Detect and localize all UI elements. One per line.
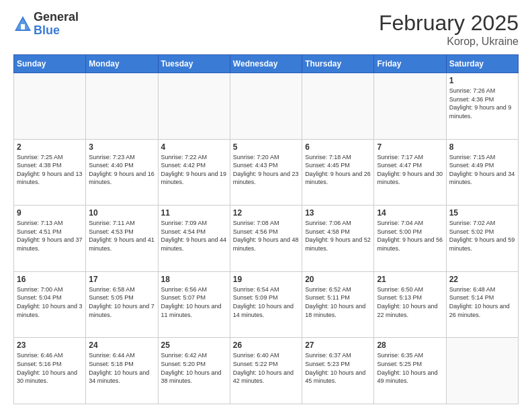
col-wednesday: Wednesday (230, 55, 302, 73)
logo-blue-text: Blue (34, 24, 79, 38)
table-row: 15Sunrise: 7:02 AM Sunset: 5:02 PM Dayli… (446, 205, 518, 272)
table-row: 14Sunrise: 7:04 AM Sunset: 5:00 PM Dayli… (374, 205, 446, 272)
table-row (302, 73, 374, 140)
day-info: Sunrise: 7:06 AM Sunset: 4:58 PM Dayligh… (305, 219, 371, 253)
table-row (446, 338, 518, 404)
table-row: 23Sunrise: 6:46 AM Sunset: 5:16 PM Dayli… (14, 338, 86, 404)
table-row: 3Sunrise: 7:23 AM Sunset: 4:40 PM Daylig… (86, 139, 158, 205)
day-number: 11 (161, 208, 227, 218)
day-number: 22 (449, 275, 515, 284)
day-info: Sunrise: 6:46 AM Sunset: 5:16 PM Dayligh… (17, 351, 83, 385)
day-info: Sunrise: 7:09 AM Sunset: 4:54 PM Dayligh… (161, 219, 227, 253)
day-info: Sunrise: 7:11 AM Sunset: 4:53 PM Dayligh… (89, 219, 154, 253)
table-row: 12Sunrise: 7:08 AM Sunset: 4:56 PM Dayli… (230, 205, 302, 272)
day-number: 18 (161, 275, 227, 284)
table-row: 25Sunrise: 6:42 AM Sunset: 5:20 PM Dayli… (158, 338, 230, 404)
day-info: Sunrise: 6:48 AM Sunset: 5:14 PM Dayligh… (449, 285, 515, 319)
svg-rect-2 (21, 24, 25, 30)
table-row (374, 73, 446, 140)
day-info: Sunrise: 6:42 AM Sunset: 5:20 PM Dayligh… (161, 351, 227, 385)
day-number: 15 (449, 208, 515, 218)
day-info: Sunrise: 7:17 AM Sunset: 4:47 PM Dayligh… (377, 153, 443, 187)
day-info: Sunrise: 7:25 AM Sunset: 4:38 PM Dayligh… (17, 153, 83, 187)
table-row (230, 73, 302, 140)
day-number: 5 (233, 142, 299, 152)
table-row (86, 73, 158, 140)
day-number: 8 (449, 142, 515, 152)
col-monday: Monday (86, 55, 158, 73)
day-number: 10 (89, 208, 154, 218)
col-thursday: Thursday (302, 55, 374, 73)
title-area: February 2025 Korop, Ukraine (379, 11, 519, 48)
day-info: Sunrise: 6:56 AM Sunset: 5:07 PM Dayligh… (161, 285, 227, 319)
table-row: 10Sunrise: 7:11 AM Sunset: 4:53 PM Dayli… (86, 205, 158, 272)
day-info: Sunrise: 6:58 AM Sunset: 5:05 PM Dayligh… (89, 285, 154, 319)
day-number: 28 (377, 340, 443, 350)
table-row: 21Sunrise: 6:50 AM Sunset: 5:13 PM Dayli… (374, 271, 446, 338)
day-number: 3 (89, 142, 154, 152)
day-number: 20 (305, 275, 371, 284)
table-row: 13Sunrise: 7:06 AM Sunset: 4:58 PM Dayli… (302, 205, 374, 272)
table-row: 7Sunrise: 7:17 AM Sunset: 4:47 PM Daylig… (374, 139, 446, 205)
day-number: 24 (89, 340, 154, 350)
day-info: Sunrise: 7:04 AM Sunset: 5:00 PM Dayligh… (377, 219, 443, 253)
table-row: 11Sunrise: 7:09 AM Sunset: 4:54 PM Dayli… (158, 205, 230, 272)
logo-general-text: General (34, 11, 79, 24)
day-number: 13 (305, 208, 371, 218)
table-row: 4Sunrise: 7:22 AM Sunset: 4:42 PM Daylig… (158, 139, 230, 205)
day-info: Sunrise: 7:15 AM Sunset: 4:49 PM Dayligh… (449, 153, 515, 187)
day-number: 2 (17, 142, 83, 152)
table-row: 27Sunrise: 6:37 AM Sunset: 5:23 PM Dayli… (302, 338, 374, 404)
day-number: 14 (377, 208, 443, 218)
day-number: 21 (377, 275, 443, 284)
page: General Blue February 2025 Korop, Ukrain… (0, 0, 532, 411)
day-number: 12 (233, 208, 299, 218)
logo: General Blue (13, 11, 79, 38)
day-info: Sunrise: 6:52 AM Sunset: 5:11 PM Dayligh… (305, 285, 371, 319)
logo-icon (13, 15, 32, 34)
day-number: 16 (17, 275, 83, 284)
col-friday: Friday (374, 55, 446, 73)
table-row: 19Sunrise: 6:54 AM Sunset: 5:09 PM Dayli… (230, 271, 302, 338)
day-info: Sunrise: 7:23 AM Sunset: 4:40 PM Dayligh… (89, 153, 154, 187)
table-row: 26Sunrise: 6:40 AM Sunset: 5:22 PM Dayli… (230, 338, 302, 404)
day-number: 4 (161, 142, 227, 152)
logo-text: General Blue (34, 11, 79, 38)
table-row (14, 73, 86, 140)
day-number: 6 (305, 142, 371, 152)
day-info: Sunrise: 7:22 AM Sunset: 4:42 PM Dayligh… (161, 153, 227, 187)
table-row: 6Sunrise: 7:18 AM Sunset: 4:45 PM Daylig… (302, 139, 374, 205)
day-info: Sunrise: 6:44 AM Sunset: 5:18 PM Dayligh… (89, 351, 154, 385)
col-tuesday: Tuesday (158, 55, 230, 73)
day-info: Sunrise: 6:37 AM Sunset: 5:23 PM Dayligh… (305, 351, 371, 385)
calendar-body: 1Sunrise: 7:26 AM Sunset: 4:36 PM Daylig… (14, 73, 519, 404)
table-row: 9Sunrise: 7:13 AM Sunset: 4:51 PM Daylig… (14, 205, 86, 272)
day-number: 17 (89, 275, 154, 284)
day-number: 23 (17, 340, 83, 350)
day-info: Sunrise: 7:26 AM Sunset: 4:36 PM Dayligh… (449, 87, 515, 120)
table-row: 20Sunrise: 6:52 AM Sunset: 5:11 PM Dayli… (302, 271, 374, 338)
day-number: 19 (233, 275, 299, 284)
day-info: Sunrise: 7:02 AM Sunset: 5:02 PM Dayligh… (449, 219, 515, 253)
day-info: Sunrise: 6:50 AM Sunset: 5:13 PM Dayligh… (377, 285, 443, 319)
day-info: Sunrise: 7:00 AM Sunset: 5:04 PM Dayligh… (17, 285, 83, 319)
table-row: 5Sunrise: 7:20 AM Sunset: 4:43 PM Daylig… (230, 139, 302, 205)
table-row: 18Sunrise: 6:56 AM Sunset: 5:07 PM Dayli… (158, 271, 230, 338)
day-info: Sunrise: 7:20 AM Sunset: 4:43 PM Dayligh… (233, 153, 299, 187)
col-sunday: Sunday (14, 55, 86, 73)
day-info: Sunrise: 7:18 AM Sunset: 4:45 PM Dayligh… (305, 153, 371, 187)
day-info: Sunrise: 7:13 AM Sunset: 4:51 PM Dayligh… (17, 219, 83, 253)
table-row: 22Sunrise: 6:48 AM Sunset: 5:14 PM Dayli… (446, 271, 518, 338)
day-info: Sunrise: 6:40 AM Sunset: 5:22 PM Dayligh… (233, 351, 299, 385)
day-number: 27 (305, 340, 371, 350)
day-info: Sunrise: 7:08 AM Sunset: 4:56 PM Dayligh… (233, 219, 299, 253)
table-row: 24Sunrise: 6:44 AM Sunset: 5:18 PM Dayli… (86, 338, 158, 404)
day-info: Sunrise: 6:54 AM Sunset: 5:09 PM Dayligh… (233, 285, 299, 319)
day-number: 1 (449, 76, 515, 85)
table-row: 16Sunrise: 7:00 AM Sunset: 5:04 PM Dayli… (14, 271, 86, 338)
calendar: Sunday Monday Tuesday Wednesday Thursday… (13, 54, 519, 404)
table-row: 8Sunrise: 7:15 AM Sunset: 4:49 PM Daylig… (446, 139, 518, 205)
calendar-header: Sunday Monday Tuesday Wednesday Thursday… (14, 55, 519, 73)
table-row: 2Sunrise: 7:25 AM Sunset: 4:38 PM Daylig… (14, 139, 86, 205)
day-number: 7 (377, 142, 443, 152)
